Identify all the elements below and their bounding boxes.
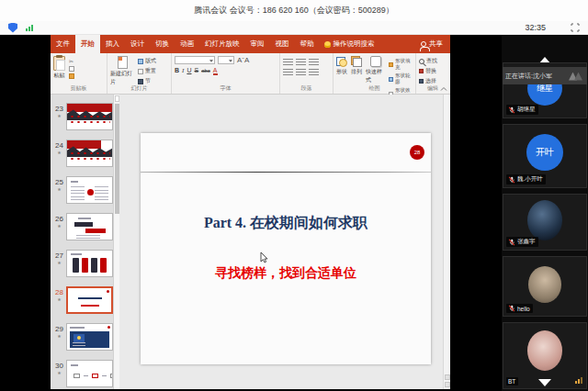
tab-review[interactable]: 审阅	[245, 35, 270, 53]
speaking-banner: 正在讲话:沈小军	[503, 67, 587, 84]
animation-star-icon: ★	[57, 186, 61, 193]
tab-view[interactable]: 视图	[270, 35, 295, 53]
slide-number: 29	[55, 325, 63, 333]
slide-editor-area: 28 Part 4. 在校期间如何求职 寻找榜样，找到合适单位	[119, 95, 450, 389]
slide-number: 28	[55, 288, 63, 296]
slide-thumbnail-24[interactable]: 24 ★	[51, 140, 119, 176]
slide-canvas[interactable]: 28 Part 4. 在校期间如何求职 寻找榜样，找到合适单位	[141, 133, 431, 364]
mic-muted-icon	[508, 106, 515, 114]
meeting-duration: 32:35	[525, 23, 546, 32]
tell-me-search[interactable]: 操作说明搜索	[320, 35, 379, 53]
animation-star-icon: ★	[57, 150, 61, 156]
share-button[interactable]: 共享	[421, 35, 443, 53]
mic-muted-icon	[508, 176, 515, 184]
slide-thumbnail-28[interactable]: 28 ★	[51, 286, 119, 323]
clear-format-button[interactable]: abc	[201, 68, 210, 73]
meeting-title: 腾讯会议 会议号：186 620 160（会议密码：500289）	[194, 5, 394, 17]
ribbon-tab-bar: 文件 开始 插入 设计 切换 动画 幻灯片放映 审阅 视图 帮助 操作说明搜索 …	[51, 35, 450, 53]
layout-button[interactable]: 版式	[138, 57, 156, 65]
previous-slide-button[interactable]	[445, 374, 450, 380]
paste-icon	[53, 56, 65, 71]
slides-group-label: 幻灯片	[107, 84, 171, 93]
animation-star-icon: ★	[57, 296, 61, 303]
thumbnail-preview	[66, 323, 113, 351]
shape-fill-button[interactable]: 形状填充	[389, 58, 413, 71]
shapes-button[interactable]: 形状	[336, 56, 347, 100]
lightbulb-icon	[324, 41, 331, 48]
collapse-ribbon-icon[interactable]	[440, 86, 447, 92]
font-size-select[interactable]	[218, 56, 234, 64]
cut-button[interactable]: ✂	[69, 58, 74, 64]
font-group: AˉA B I U S abc A 字体	[172, 53, 280, 94]
slide-number: 27	[55, 251, 63, 260]
tab-help[interactable]: 帮助	[295, 35, 320, 53]
drawing-group: 形状 排列 快速样式 形状填充 形状轮廓 形状效果	[334, 53, 416, 94]
paste-button[interactable]: 粘贴	[53, 56, 65, 80]
participant-name: 胡继星	[517, 106, 536, 114]
paragraph-buttons[interactable]	[283, 59, 330, 76]
slide-thumbnail-26[interactable]: 26 ★	[51, 213, 119, 250]
tab-home[interactable]: 开始	[75, 35, 100, 53]
video-tile[interactable]: hello	[503, 256, 587, 317]
slide-thumbnail-25[interactable]: 25 ★	[51, 176, 119, 213]
tab-design[interactable]: 设计	[125, 35, 150, 53]
slide-thumbnail-23[interactable]: 23 ★	[51, 103, 119, 140]
slide-thumbnail-panel: 23 ★ 24 ★	[51, 95, 119, 389]
slide-number: 25	[55, 178, 63, 186]
connection-signal-icon	[575, 377, 582, 384]
font-color-button[interactable]: A	[213, 67, 218, 75]
search-icon	[419, 59, 424, 64]
security-shield-icon[interactable]	[8, 23, 17, 33]
format-painter-button[interactable]	[69, 73, 74, 79]
slide-subtitle[interactable]: 寻找榜样，找到合适单位	[141, 265, 431, 282]
clipboard-group: 粘贴 ✂ 剪贴板	[51, 53, 107, 94]
arrange-button[interactable]: 排列	[351, 56, 362, 100]
slide-thumbnail-30[interactable]: 30 ★	[51, 360, 119, 389]
powerpoint-window: 文件 开始 插入 设计 切换 动画 幻灯片放映 审阅 视图 帮助 操作说明搜索 …	[51, 35, 450, 389]
fullscreen-icon[interactable]	[571, 23, 580, 32]
shape-outline-button[interactable]: 形状轮廓	[389, 73, 413, 85]
scroll-panel-down-icon[interactable]	[538, 379, 551, 386]
avatar: 开叶	[526, 134, 563, 171]
tab-transitions[interactable]: 切换	[150, 35, 175, 53]
thumbnail-preview	[66, 213, 113, 240]
italic-button[interactable]: I	[182, 67, 184, 74]
tab-animations[interactable]: 动画	[175, 35, 199, 53]
font-name-select[interactable]	[175, 56, 215, 64]
thumbnail-preview	[66, 140, 113, 167]
quick-styles-icon	[370, 56, 381, 67]
font-group-label: 字体	[172, 84, 279, 93]
slide-title[interactable]: Part 4. 在校期间如何求职	[141, 214, 431, 233]
next-slide-button[interactable]	[445, 382, 450, 387]
share-label: 共享	[429, 39, 443, 49]
thumbnail-scrollbar[interactable]	[113, 95, 119, 389]
mic-muted-icon	[508, 305, 515, 312]
reset-button[interactable]: 重置	[138, 67, 156, 75]
video-tile[interactable]: 张鑫宇	[503, 194, 587, 251]
tab-slideshow[interactable]: 幻灯片放映	[199, 35, 245, 53]
replace-button[interactable]: 替换	[419, 67, 447, 75]
slide-number: 26	[55, 215, 63, 223]
tab-file[interactable]: 文件	[51, 35, 75, 53]
copy-button[interactable]	[69, 66, 74, 72]
thumbnail-preview-current	[66, 286, 113, 314]
slide-thumbnail-29[interactable]: 29 ★	[51, 323, 119, 360]
participant-name: 张鑫宇	[517, 238, 536, 246]
person-icon	[421, 41, 426, 47]
slide-thumbnail-27[interactable]: 27 ★	[51, 250, 119, 286]
participant-name: hello	[517, 306, 530, 312]
grow-shrink-font-buttons[interactable]: AˉA	[237, 56, 249, 64]
network-signal-icon[interactable]	[26, 25, 33, 31]
editor-scrollbar[interactable]	[443, 95, 450, 389]
quick-styles-button[interactable]: 快速样式	[366, 56, 385, 100]
slides-group: 新建幻灯片 版式 重置 节 幻灯片	[107, 53, 172, 94]
arrange-icon	[351, 56, 362, 67]
strikethrough-button[interactable]: S	[194, 67, 198, 73]
underline-button[interactable]: U	[187, 67, 191, 73]
avatar-photo	[527, 330, 562, 371]
bold-button[interactable]: B	[175, 67, 179, 73]
tab-insert[interactable]: 插入	[100, 35, 125, 53]
video-tile[interactable]: 开叶 魏.小开叶	[503, 124, 587, 188]
find-button[interactable]: 查找	[419, 57, 447, 65]
new-slide-button[interactable]: 新建幻灯片	[110, 56, 134, 86]
